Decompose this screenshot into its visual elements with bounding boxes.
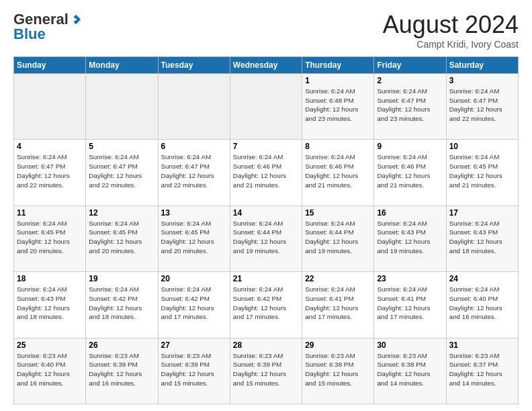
- cell-date-number: 6: [161, 142, 227, 151]
- location: Campt Kridi, Ivory Coast: [383, 39, 519, 50]
- calendar-cell: [86, 74, 158, 140]
- cell-info: Sunrise: 6:23 AM Sunset: 6:39 PM Dayligh…: [89, 351, 154, 388]
- calendar-cell: 15Sunrise: 6:24 AM Sunset: 6:44 PM Dayli…: [302, 205, 374, 271]
- cell-date-number: 23: [377, 274, 443, 283]
- cell-info: Sunrise: 6:24 AM Sunset: 6:47 PM Dayligh…: [161, 152, 227, 189]
- day-header-wednesday: Wednesday: [230, 57, 302, 74]
- calendar-cell: 24Sunrise: 6:24 AM Sunset: 6:40 PM Dayli…: [446, 272, 518, 338]
- cell-date-number: 22: [305, 274, 371, 283]
- calendar-cell: 8Sunrise: 6:24 AM Sunset: 6:46 PM Daylig…: [302, 140, 374, 205]
- cell-date-number: 26: [89, 340, 154, 350]
- cell-date-number: 24: [449, 274, 515, 283]
- title-section: August 2024 Campt Kridi, Ivory Coast: [383, 11, 519, 50]
- calendar-cell: 25Sunrise: 6:23 AM Sunset: 6:40 PM Dayli…: [14, 338, 86, 404]
- calendar-cell: 29Sunrise: 6:23 AM Sunset: 6:38 PM Dayli…: [302, 338, 374, 404]
- cell-date-number: 3: [449, 76, 515, 85]
- calendar-header: SundayMondayTuesdayWednesdayThursdayFrid…: [14, 57, 519, 74]
- calendar-cell: 17Sunrise: 6:24 AM Sunset: 6:43 PM Dayli…: [446, 205, 518, 271]
- calendar-cell: [230, 74, 302, 140]
- cell-info: Sunrise: 6:24 AM Sunset: 6:43 PM Dayligh…: [17, 285, 83, 322]
- calendar-cell: 7Sunrise: 6:24 AM Sunset: 6:46 PM Daylig…: [230, 140, 302, 205]
- cell-info: Sunrise: 6:24 AM Sunset: 6:47 PM Dayligh…: [377, 87, 443, 124]
- day-headers-row: SundayMondayTuesdayWednesdayThursdayFrid…: [14, 57, 519, 74]
- calendar-cell: 4Sunrise: 6:24 AM Sunset: 6:47 PM Daylig…: [14, 140, 86, 205]
- cell-date-number: 8: [305, 142, 371, 151]
- svg-marker-0: [73, 15, 81, 24]
- day-header-saturday: Saturday: [446, 57, 518, 74]
- day-header-tuesday: Tuesday: [158, 57, 230, 74]
- cell-date-number: 17: [449, 208, 515, 218]
- cell-date-number: 20: [161, 274, 227, 283]
- calendar-week-1: 1Sunrise: 6:24 AM Sunset: 6:48 PM Daylig…: [14, 74, 519, 140]
- calendar-cell: 16Sunrise: 6:24 AM Sunset: 6:43 PM Dayli…: [374, 205, 446, 271]
- cell-info: Sunrise: 6:24 AM Sunset: 6:45 PM Dayligh…: [449, 152, 515, 189]
- cell-info: Sunrise: 6:24 AM Sunset: 6:45 PM Dayligh…: [17, 219, 83, 256]
- cell-info: Sunrise: 6:24 AM Sunset: 6:48 PM Dayligh…: [305, 87, 371, 124]
- cell-info: Sunrise: 6:24 AM Sunset: 6:45 PM Dayligh…: [161, 219, 227, 256]
- calendar-cell: 1Sunrise: 6:24 AM Sunset: 6:48 PM Daylig…: [302, 74, 374, 140]
- page: General Blue August 2024 Campt Kridi, Iv…: [0, 0, 532, 411]
- cell-date-number: 31: [449, 340, 515, 350]
- cell-info: Sunrise: 6:24 AM Sunset: 6:41 PM Dayligh…: [377, 285, 443, 322]
- calendar-table: SundayMondayTuesdayWednesdayThursdayFrid…: [13, 56, 519, 404]
- calendar-cell: [158, 74, 230, 140]
- logo: General Blue: [13, 11, 82, 43]
- calendar-week-3: 11Sunrise: 6:24 AM Sunset: 6:45 PM Dayli…: [14, 205, 519, 271]
- cell-date-number: 13: [161, 208, 227, 218]
- calendar-cell: 31Sunrise: 6:23 AM Sunset: 6:37 PM Dayli…: [446, 338, 518, 404]
- day-header-sunday: Sunday: [14, 57, 86, 74]
- cell-date-number: 29: [305, 340, 371, 350]
- cell-date-number: 28: [233, 340, 299, 350]
- calendar-cell: 23Sunrise: 6:24 AM Sunset: 6:41 PM Dayli…: [374, 272, 446, 338]
- cell-date-number: 19: [89, 274, 154, 283]
- calendar-cell: 28Sunrise: 6:23 AM Sunset: 6:39 PM Dayli…: [230, 338, 302, 404]
- cell-date-number: 15: [305, 208, 371, 218]
- cell-date-number: 9: [377, 142, 443, 151]
- calendar-cell: 6Sunrise: 6:24 AM Sunset: 6:47 PM Daylig…: [158, 140, 230, 205]
- calendar-cell: 3Sunrise: 6:24 AM Sunset: 6:47 PM Daylig…: [446, 74, 518, 140]
- cell-info: Sunrise: 6:24 AM Sunset: 6:45 PM Dayligh…: [89, 219, 154, 256]
- cell-date-number: 2: [377, 76, 443, 85]
- cell-info: Sunrise: 6:24 AM Sunset: 6:43 PM Dayligh…: [449, 219, 515, 256]
- calendar-cell: 10Sunrise: 6:24 AM Sunset: 6:45 PM Dayli…: [446, 140, 518, 205]
- cell-date-number: 1: [305, 76, 371, 85]
- calendar-cell: 12Sunrise: 6:24 AM Sunset: 6:45 PM Dayli…: [86, 205, 158, 271]
- calendar-week-2: 4Sunrise: 6:24 AM Sunset: 6:47 PM Daylig…: [14, 140, 519, 205]
- calendar-cell: 2Sunrise: 6:24 AM Sunset: 6:47 PM Daylig…: [374, 74, 446, 140]
- calendar-cell: 5Sunrise: 6:24 AM Sunset: 6:47 PM Daylig…: [86, 140, 158, 205]
- cell-date-number: 16: [377, 208, 443, 218]
- calendar-week-4: 18Sunrise: 6:24 AM Sunset: 6:43 PM Dayli…: [14, 272, 519, 338]
- cell-info: Sunrise: 6:24 AM Sunset: 6:46 PM Dayligh…: [377, 152, 443, 189]
- cell-date-number: 12: [89, 208, 154, 218]
- header: General Blue August 2024 Campt Kridi, Iv…: [13, 11, 519, 50]
- cell-date-number: 21: [233, 274, 299, 283]
- cell-date-number: 30: [377, 340, 443, 350]
- calendar-cell: 9Sunrise: 6:24 AM Sunset: 6:46 PM Daylig…: [374, 140, 446, 205]
- cell-info: Sunrise: 6:23 AM Sunset: 6:38 PM Dayligh…: [305, 351, 371, 388]
- calendar-cell: 11Sunrise: 6:24 AM Sunset: 6:45 PM Dayli…: [14, 205, 86, 271]
- calendar-cell: 22Sunrise: 6:24 AM Sunset: 6:41 PM Dayli…: [302, 272, 374, 338]
- cell-info: Sunrise: 6:24 AM Sunset: 6:47 PM Dayligh…: [17, 152, 83, 189]
- cell-date-number: 14: [233, 208, 299, 218]
- cell-date-number: 5: [89, 142, 154, 151]
- cell-info: Sunrise: 6:24 AM Sunset: 6:42 PM Dayligh…: [89, 285, 154, 322]
- cell-info: Sunrise: 6:23 AM Sunset: 6:38 PM Dayligh…: [377, 351, 443, 388]
- cell-date-number: 4: [17, 142, 83, 151]
- logo-icon: [70, 13, 82, 26]
- cell-date-number: 25: [17, 340, 83, 350]
- cell-info: Sunrise: 6:24 AM Sunset: 6:46 PM Dayligh…: [305, 152, 371, 189]
- calendar-cell: [14, 74, 86, 140]
- cell-info: Sunrise: 6:23 AM Sunset: 6:40 PM Dayligh…: [17, 351, 83, 388]
- calendar-cell: 21Sunrise: 6:24 AM Sunset: 6:42 PM Dayli…: [230, 272, 302, 338]
- calendar-cell: 27Sunrise: 6:23 AM Sunset: 6:39 PM Dayli…: [158, 338, 230, 404]
- cell-info: Sunrise: 6:24 AM Sunset: 6:42 PM Dayligh…: [161, 285, 227, 322]
- calendar-cell: 14Sunrise: 6:24 AM Sunset: 6:44 PM Dayli…: [230, 205, 302, 271]
- month-title: August 2024: [383, 11, 519, 39]
- calendar-cell: 13Sunrise: 6:24 AM Sunset: 6:45 PM Dayli…: [158, 205, 230, 271]
- cell-info: Sunrise: 6:24 AM Sunset: 6:47 PM Dayligh…: [89, 152, 154, 189]
- calendar-cell: 30Sunrise: 6:23 AM Sunset: 6:38 PM Dayli…: [374, 338, 446, 404]
- calendar-cell: 26Sunrise: 6:23 AM Sunset: 6:39 PM Dayli…: [86, 338, 158, 404]
- day-header-monday: Monday: [86, 57, 158, 74]
- cell-date-number: 10: [449, 142, 515, 151]
- calendar-cell: 20Sunrise: 6:24 AM Sunset: 6:42 PM Dayli…: [158, 272, 230, 338]
